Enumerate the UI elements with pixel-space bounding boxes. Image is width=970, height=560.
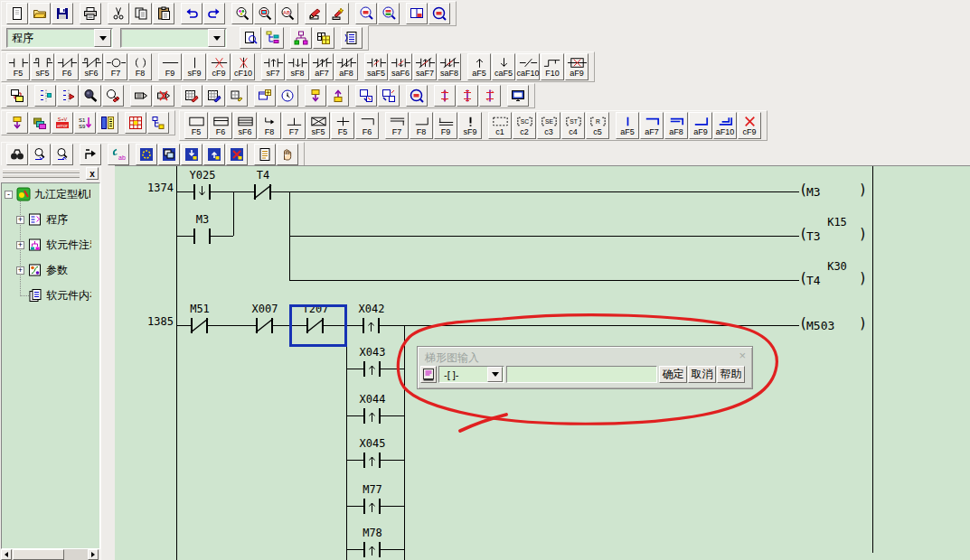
tb-cross-reference-button[interactable] [125,112,146,134]
tb-monitor-window-b-button[interactable] [378,85,400,107]
tb-replace-button[interactable]: ab [108,144,129,165]
tb-com-edit-button[interactable] [34,85,56,107]
contact-M77[interactable] [363,499,381,514]
tb-delete-box-button[interactable]: aF9 [565,53,589,80]
tb-monitor-mode-button[interactable] [507,85,529,107]
tb-tree-view-button[interactable] [262,27,284,49]
tb-edge-top-button[interactable]: F7 [385,112,409,139]
contact-X042[interactable] [363,318,380,333]
tb-project-search-button[interactable] [428,3,450,24]
sidebar-item-device-comment[interactable]: +软元件注释 [16,238,91,252]
instruction-input[interactable] [506,366,657,383]
tb-blue-corner-br-button[interactable]: aF9 [689,112,712,139]
tb-doc-find-button[interactable] [240,27,261,49]
tb-device-test-button[interactable] [102,85,124,107]
tb-red-x-delete-button[interactable]: cF9 [738,112,761,139]
sidebar-item-project-root[interactable]: -九江定型机P [5,187,90,201]
tb-sc-box-button[interactable]: SCc2 [513,112,536,139]
tb-comment-display-button[interactable] [181,85,202,107]
tb-insert-cell-button[interactable]: F5 [331,112,354,139]
tb-new-window-button[interactable] [254,85,276,107]
scroll-left-icon[interactable] [1,549,12,560]
tb-read-from-plc-button[interactable] [327,85,349,107]
tb-h-line-button[interactable]: F9 [158,53,182,80]
tb-paste-button[interactable] [153,3,174,24]
expand-icon[interactable]: + [16,216,24,224]
contact-Y025[interactable] [193,184,211,200]
tb-insert-rows-button[interactable]: sF6 [233,112,257,139]
ok-button[interactable]: 确定 [659,366,687,383]
chevron-down-icon[interactable] [208,29,225,47]
tb-blue-vline-button[interactable]: aF5 [616,112,639,139]
tb-used-device-button[interactable] [147,112,169,134]
tb-pulse-down-closed-contact-button[interactable]: aF8 [334,53,358,80]
tb-statement-edit-button[interactable] [57,85,79,107]
tb-monitor-write-up-button[interactable] [203,144,225,165]
panel-splitter[interactable] [100,165,116,560]
tb-invert-down-button[interactable]: caF5 [492,53,515,80]
tb-alias-display-button[interactable] [130,85,152,107]
tb-dash-box-button[interactable]: c1 [488,112,512,139]
tb-open-contact-button[interactable]: F5 [6,53,30,80]
tb-write-plc-button[interactable] [6,112,28,134]
contact-M78[interactable] [363,542,381,557]
expand-icon[interactable]: + [16,266,24,275]
tb-monitor-start-button[interactable] [136,144,157,165]
tb-parallel-pulse-up-closed-button[interactable]: saF7 [413,53,437,80]
tb-delete-h-line-button[interactable]: cF9 [207,53,231,80]
close-icon[interactable]: × [739,349,746,362]
panel-grip[interactable] [3,173,80,178]
help-button[interactable]: 帮助 [717,366,745,383]
tb-edit-write-button[interactable] [305,3,326,24]
tb-insert-column-button[interactable]: F7 [282,112,306,139]
tb-window-split-button[interactable] [406,3,428,24]
tb-ladder-list-button[interactable] [341,27,363,49]
tb-find-down-button[interactable] [29,144,51,165]
tb-undo-button[interactable] [181,3,202,24]
tb-st-box-button[interactable]: STc4 [561,112,585,139]
tb-blue-corner-tr-button[interactable]: aF7 [640,112,664,139]
tb-parallel-closed-contact-button[interactable]: sF6 [80,53,103,80]
tb-parallel-pulse-down-button[interactable]: saF6 [389,53,412,80]
tb-pulse-b-button[interactable] [457,85,478,107]
tb-se-box-button[interactable]: SEc3 [537,112,560,139]
tb-project-copy-button[interactable] [29,112,51,134]
ladder-input-dialog[interactable]: 梯形图输入 × -[ ]- 确定 取消 帮助 [417,346,753,389]
chevron-down-icon[interactable] [487,367,503,382]
symbol-type-combo[interactable]: -[ ]- [438,366,504,383]
tb-pulse-up-contact-button[interactable]: sF7 [261,53,285,80]
tb-data-transfer-button[interactable] [6,85,28,107]
tb-find-button[interactable] [6,144,28,165]
tb-edit-add-button[interactable] [327,3,349,24]
tb-step-run-button[interactable]: S1S9 [74,112,96,134]
scrollbar-thumb[interactable] [13,549,64,560]
tb-new-button[interactable] [6,3,28,24]
tb-save-button[interactable] [52,3,73,24]
tb-find-color-button[interactable] [231,3,253,24]
tb-pulse-c-button[interactable] [479,85,501,107]
tb-coil-button[interactable]: F7 [104,53,127,80]
tb-alias-hide-button[interactable] [153,85,174,107]
tb-delete-v-line-button[interactable]: cF10 [231,53,255,80]
tb-redo-button[interactable] [203,3,225,24]
tb-monitor-window-a-button[interactable] [355,85,377,107]
tb-blue-corner-tr2-button[interactable]: aF8 [664,112,688,139]
tb-pause-button[interactable] [277,144,298,165]
tb-monitor-windows-button[interactable] [158,144,180,165]
contact-M3[interactable] [193,229,211,244]
tb-not-op-button[interactable]: sF9 [458,112,482,139]
contact-X007[interactable] [256,318,273,333]
contact-X043[interactable] [363,361,381,377]
tb-step-op-button[interactable]: F10 [541,53,564,80]
symbol-stamp-button[interactable] [420,366,437,383]
coil-M503[interactable]: (M503) [799,317,866,333]
tb-wrap-line-button[interactable]: F8 [258,112,281,139]
cancel-button[interactable]: 取消 [688,366,716,383]
scroll-right-icon[interactable] [88,549,99,560]
tb-device-find-button[interactable] [80,85,101,107]
tb-grid-view-button[interactable] [313,27,334,49]
tb-error-check-button[interactable]: S+Verror [52,112,73,134]
expand-icon[interactable]: + [16,241,24,249]
tb-branch-view-button[interactable] [290,27,312,49]
tb-jump-button[interactable] [80,144,101,165]
